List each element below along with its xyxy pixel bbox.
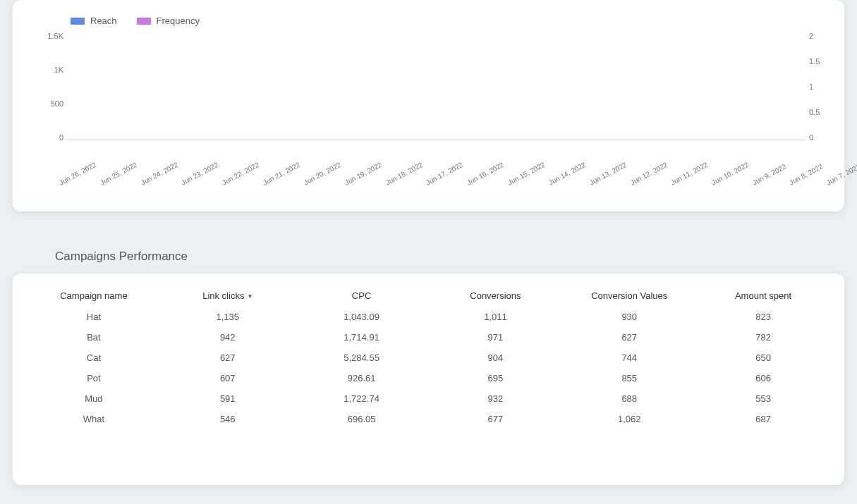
y-axis-right: 21.510.50 (805, 32, 825, 145)
table-cell: 688 (562, 388, 696, 409)
table-cell: 1,722.74 (295, 388, 429, 409)
reach-frequency-chart-card: Reach Frequency 1.5K1K5000 21.510.50 Jun… (13, 0, 844, 211)
table-cell: 546 (161, 409, 295, 429)
x-axis-labels: Jun 26, 2022Jun 25, 2022Jun 24, 2022Jun … (68, 177, 805, 199)
table-cell: 553 (696, 388, 830, 409)
table-cell: 1,714.91 (295, 327, 429, 348)
chart-plot-area: 1.5K1K5000 21.510.50 (42, 32, 825, 173)
table-cell: 1,043.09 (295, 307, 429, 327)
table-cell: 823 (696, 307, 830, 327)
table-cell: 942 (161, 327, 295, 348)
table-cell: 1,011 (428, 307, 562, 327)
table-cell: 855 (562, 368, 696, 388)
table-cell: Mud (27, 388, 161, 409)
table-cell: 695 (428, 368, 562, 388)
table-cell: 1,062 (562, 409, 696, 429)
table-cell: 591 (161, 388, 295, 409)
table-cell: 5,284.55 (295, 348, 429, 368)
table-cell: Cat (27, 348, 161, 368)
table-cell: 606 (696, 368, 830, 388)
y-right-tick: 0.5 (809, 108, 820, 116)
table-cell: Hat (27, 307, 161, 327)
table-cell: 696.05 (295, 409, 429, 429)
table-cell: 607 (161, 368, 295, 388)
y-left-tick: 1.5K (47, 32, 63, 40)
table-cell: 904 (428, 348, 562, 368)
legend-swatch-frequency (137, 18, 151, 25)
column-header-label: Link clicks (202, 290, 244, 301)
column-header[interactable]: Campaign name (27, 283, 161, 307)
y-left-tick: 0 (59, 133, 63, 142)
legend-item-frequency[interactable]: Frequency (137, 16, 200, 26)
legend-label-reach: Reach (90, 16, 117, 26)
column-header[interactable]: Conversions (428, 283, 562, 307)
legend-swatch-reach (71, 18, 85, 25)
table-cell: 744 (562, 348, 696, 368)
column-header-label: Campaign name (60, 290, 127, 301)
table-row[interactable]: Mud5911,722.74932688553 (27, 388, 830, 409)
y-right-tick: 1 (809, 82, 813, 91)
legend-item-reach[interactable]: Reach (71, 16, 117, 26)
y-left-tick: 500 (51, 99, 63, 108)
legend-label-frequency: Frequency (157, 16, 200, 26)
chart-bars (68, 32, 805, 140)
table-body: Hat1,1351,043.091,011930823Bat9421,714.9… (27, 307, 830, 429)
column-header[interactable]: Amount spent (696, 283, 830, 307)
campaigns-table: Campaign nameLink clicks▼CPCConversionsC… (27, 283, 830, 429)
table-cell: 930 (562, 307, 696, 327)
table-section-title: Campaigns Performance (55, 250, 857, 264)
sort-desc-icon: ▼ (247, 293, 253, 300)
campaigns-performance-card: Campaign nameLink clicks▼CPCConversionsC… (13, 273, 844, 485)
y-axis-left: 1.5K1K5000 (42, 32, 68, 145)
table-row[interactable]: What546696.056771,062687 (27, 409, 830, 429)
table-cell: 932 (428, 388, 562, 409)
y-right-tick: 0 (809, 133, 813, 142)
table-row[interactable]: Hat1,1351,043.091,011930823 (27, 307, 830, 327)
table-cell: 782 (696, 327, 830, 348)
table-cell: 971 (428, 327, 562, 348)
table-row[interactable]: Bat9421,714.91971627782 (27, 327, 830, 348)
table-cell: 650 (696, 348, 830, 368)
table-row[interactable]: Pot607926.61695855606 (27, 368, 830, 388)
column-header-label: Conversions (470, 290, 521, 301)
column-header[interactable]: Link clicks▼ (161, 283, 295, 307)
table-cell: 1,135 (161, 307, 295, 327)
y-right-tick: 1.5 (809, 57, 820, 66)
table-cell: 926.61 (295, 368, 429, 388)
table-cell: Bat (27, 327, 161, 348)
column-header-label: Amount spent (735, 290, 791, 301)
table-cell: 677 (428, 409, 562, 429)
table-cell: 627 (161, 348, 295, 368)
y-right-tick: 2 (809, 32, 813, 40)
chart-legend: Reach Frequency (71, 16, 825, 26)
y-left-tick: 1K (54, 66, 63, 74)
table-row[interactable]: Cat6275,284.55904744650 (27, 348, 830, 368)
table-cell: What (27, 409, 161, 429)
x-axis-label: Jun 7, 2022 (825, 162, 857, 199)
column-header-label: Conversion Values (591, 290, 667, 301)
table-cell: 687 (696, 409, 830, 429)
table-cell: 627 (562, 327, 696, 348)
column-header[interactable]: Conversion Values (562, 283, 696, 307)
column-header[interactable]: CPC (295, 283, 429, 307)
table-header-row: Campaign nameLink clicks▼CPCConversionsC… (27, 283, 830, 307)
table-cell: Pot (27, 368, 161, 388)
column-header-label: CPC (352, 290, 371, 301)
